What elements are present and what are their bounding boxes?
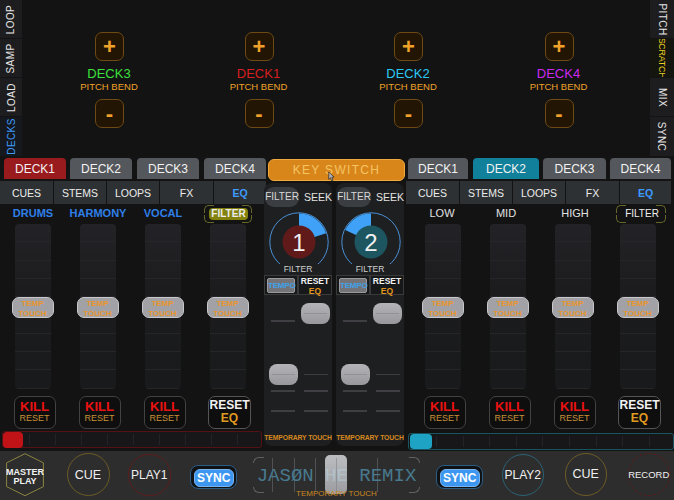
svg-text:PLAY: PLAY bbox=[13, 476, 36, 486]
svg-text:2: 2 bbox=[364, 229, 377, 256]
svg-text:MASTER: MASTER bbox=[6, 467, 44, 477]
svg-text:1: 1 bbox=[292, 229, 305, 256]
